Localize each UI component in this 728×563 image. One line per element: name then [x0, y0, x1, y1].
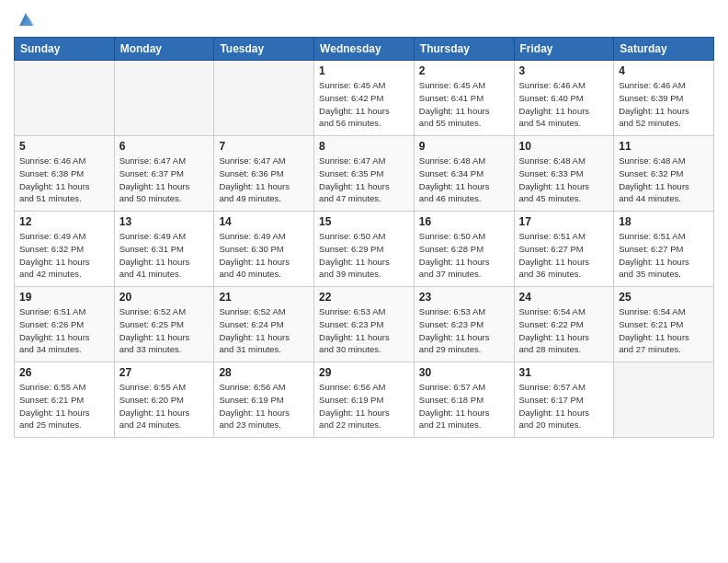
calendar-cell: 14Sunrise: 6:49 AM Sunset: 6:30 PM Dayli… — [214, 212, 314, 287]
calendar-cell: 3Sunrise: 6:46 AM Sunset: 6:40 PM Daylig… — [514, 61, 614, 136]
day-info: Sunrise: 6:50 AM Sunset: 6:29 PM Dayligh… — [319, 230, 409, 281]
day-number: 3 — [519, 64, 609, 77]
day-info: Sunrise: 6:56 AM Sunset: 6:19 PM Dayligh… — [219, 381, 309, 431]
day-number: 17 — [519, 215, 609, 228]
day-number: 24 — [519, 291, 609, 304]
day-info: Sunrise: 6:46 AM Sunset: 6:38 PM Dayligh… — [19, 155, 109, 205]
day-number: 15 — [319, 215, 409, 228]
day-number: 6 — [119, 140, 210, 153]
day-info: Sunrise: 6:53 AM Sunset: 6:23 PM Dayligh… — [319, 305, 409, 356]
day-info: Sunrise: 6:49 AM Sunset: 6:30 PM Dayligh… — [219, 230, 309, 281]
day-info: Sunrise: 6:47 AM Sunset: 6:35 PM Dayligh… — [319, 155, 409, 205]
calendar-cell: 29Sunrise: 6:56 AM Sunset: 6:19 PM Dayli… — [314, 362, 415, 438]
calendar-cell — [15, 61, 115, 136]
day-info: Sunrise: 6:49 AM Sunset: 6:31 PM Dayligh… — [119, 230, 210, 281]
day-number: 22 — [319, 291, 409, 304]
calendar-cell: 26Sunrise: 6:55 AM Sunset: 6:21 PM Dayli… — [15, 362, 115, 438]
calendar-header-sunday: Sunday — [15, 38, 115, 61]
calendar-cell: 10Sunrise: 6:48 AM Sunset: 6:33 PM Dayli… — [514, 136, 614, 212]
day-number: 25 — [619, 291, 709, 304]
day-number: 30 — [419, 366, 509, 379]
calendar-header-monday: Monday — [114, 38, 214, 61]
logo — [14, 9, 36, 29]
calendar-cell — [214, 61, 314, 136]
calendar-cell: 15Sunrise: 6:50 AM Sunset: 6:29 PM Dayli… — [314, 212, 415, 287]
calendar-header-tuesday: Tuesday — [214, 38, 314, 61]
logo-icon — [16, 9, 36, 29]
calendar-week-row: 19Sunrise: 6:51 AM Sunset: 6:26 PM Dayli… — [15, 287, 714, 362]
day-info: Sunrise: 6:48 AM Sunset: 6:32 PM Dayligh… — [619, 155, 709, 205]
calendar-cell: 11Sunrise: 6:48 AM Sunset: 6:32 PM Dayli… — [614, 136, 714, 212]
calendar-cell: 12Sunrise: 6:49 AM Sunset: 6:32 PM Dayli… — [15, 212, 115, 287]
calendar-header-wednesday: Wednesday — [314, 38, 415, 61]
day-info: Sunrise: 6:57 AM Sunset: 6:17 PM Dayligh… — [519, 381, 609, 431]
calendar-cell: 5Sunrise: 6:46 AM Sunset: 6:38 PM Daylig… — [15, 136, 115, 212]
day-number: 19 — [19, 291, 109, 304]
calendar-cell: 9Sunrise: 6:48 AM Sunset: 6:34 PM Daylig… — [414, 136, 514, 212]
calendar-cell — [114, 61, 214, 136]
calendar-cell: 1Sunrise: 6:45 AM Sunset: 6:42 PM Daylig… — [314, 61, 415, 136]
day-number: 27 — [119, 366, 210, 379]
day-number: 1 — [319, 64, 409, 77]
day-info: Sunrise: 6:46 AM Sunset: 6:39 PM Dayligh… — [619, 79, 709, 130]
day-number: 28 — [219, 366, 309, 379]
day-number: 20 — [119, 291, 210, 304]
calendar-cell: 24Sunrise: 6:54 AM Sunset: 6:22 PM Dayli… — [514, 287, 614, 362]
calendar-header-friday: Friday — [514, 38, 614, 61]
calendar-cell: 19Sunrise: 6:51 AM Sunset: 6:26 PM Dayli… — [15, 287, 115, 362]
day-info: Sunrise: 6:55 AM Sunset: 6:21 PM Dayligh… — [19, 381, 109, 431]
page: SundayMondayTuesdayWednesdayThursdayFrid… — [0, 0, 728, 563]
calendar-cell: 25Sunrise: 6:54 AM Sunset: 6:21 PM Dayli… — [614, 287, 714, 362]
day-info: Sunrise: 6:48 AM Sunset: 6:33 PM Dayligh… — [519, 155, 609, 205]
day-info: Sunrise: 6:56 AM Sunset: 6:19 PM Dayligh… — [319, 381, 409, 431]
calendar-cell: 27Sunrise: 6:55 AM Sunset: 6:20 PM Dayli… — [114, 362, 214, 438]
day-info: Sunrise: 6:51 AM Sunset: 6:27 PM Dayligh… — [519, 230, 609, 281]
day-number: 7 — [219, 140, 309, 153]
calendar-cell: 4Sunrise: 6:46 AM Sunset: 6:39 PM Daylig… — [614, 61, 714, 136]
day-info: Sunrise: 6:46 AM Sunset: 6:40 PM Dayligh… — [519, 79, 609, 130]
header — [14, 9, 714, 29]
calendar-cell: 28Sunrise: 6:56 AM Sunset: 6:19 PM Dayli… — [214, 362, 314, 438]
day-info: Sunrise: 6:53 AM Sunset: 6:23 PM Dayligh… — [419, 305, 509, 356]
calendar-week-row: 26Sunrise: 6:55 AM Sunset: 6:21 PM Dayli… — [15, 362, 714, 438]
calendar-week-row: 12Sunrise: 6:49 AM Sunset: 6:32 PM Dayli… — [15, 212, 714, 287]
day-info: Sunrise: 6:45 AM Sunset: 6:42 PM Dayligh… — [319, 79, 409, 130]
day-info: Sunrise: 6:54 AM Sunset: 6:21 PM Dayligh… — [619, 305, 709, 356]
calendar-cell: 21Sunrise: 6:52 AM Sunset: 6:24 PM Dayli… — [214, 287, 314, 362]
calendar-week-row: 1Sunrise: 6:45 AM Sunset: 6:42 PM Daylig… — [15, 61, 714, 136]
calendar-header-saturday: Saturday — [614, 38, 714, 61]
day-number: 14 — [219, 215, 309, 228]
calendar-cell: 13Sunrise: 6:49 AM Sunset: 6:31 PM Dayli… — [114, 212, 214, 287]
calendar-cell: 18Sunrise: 6:51 AM Sunset: 6:27 PM Dayli… — [614, 212, 714, 287]
day-info: Sunrise: 6:52 AM Sunset: 6:24 PM Dayligh… — [219, 305, 309, 356]
day-number: 16 — [419, 215, 509, 228]
day-info: Sunrise: 6:45 AM Sunset: 6:41 PM Dayligh… — [419, 79, 509, 130]
day-number: 10 — [519, 140, 609, 153]
day-number: 29 — [319, 366, 409, 379]
day-number: 11 — [619, 140, 709, 153]
calendar-cell: 31Sunrise: 6:57 AM Sunset: 6:17 PM Dayli… — [514, 362, 614, 438]
day-number: 8 — [319, 140, 409, 153]
calendar-cell: 20Sunrise: 6:52 AM Sunset: 6:25 PM Dayli… — [114, 287, 214, 362]
day-number: 2 — [419, 64, 509, 77]
day-number: 9 — [419, 140, 509, 153]
calendar-cell: 22Sunrise: 6:53 AM Sunset: 6:23 PM Dayli… — [314, 287, 415, 362]
calendar-week-row: 5Sunrise: 6:46 AM Sunset: 6:38 PM Daylig… — [15, 136, 714, 212]
day-info: Sunrise: 6:47 AM Sunset: 6:37 PM Dayligh… — [119, 155, 210, 205]
day-number: 31 — [519, 366, 609, 379]
calendar-cell: 7Sunrise: 6:47 AM Sunset: 6:36 PM Daylig… — [214, 136, 314, 212]
day-number: 4 — [619, 64, 709, 77]
day-number: 13 — [119, 215, 210, 228]
calendar-cell: 16Sunrise: 6:50 AM Sunset: 6:28 PM Dayli… — [414, 212, 514, 287]
day-number: 23 — [419, 291, 509, 304]
calendar-cell — [614, 362, 714, 438]
day-info: Sunrise: 6:55 AM Sunset: 6:20 PM Dayligh… — [119, 381, 210, 431]
day-info: Sunrise: 6:50 AM Sunset: 6:28 PM Dayligh… — [419, 230, 509, 281]
day-info: Sunrise: 6:48 AM Sunset: 6:34 PM Dayligh… — [419, 155, 509, 205]
calendar-cell: 30Sunrise: 6:57 AM Sunset: 6:18 PM Dayli… — [414, 362, 514, 438]
calendar-table: SundayMondayTuesdayWednesdayThursdayFrid… — [14, 37, 714, 438]
day-number: 26 — [19, 366, 109, 379]
day-info: Sunrise: 6:51 AM Sunset: 6:26 PM Dayligh… — [19, 305, 109, 356]
day-info: Sunrise: 6:51 AM Sunset: 6:27 PM Dayligh… — [619, 230, 709, 281]
calendar-cell: 17Sunrise: 6:51 AM Sunset: 6:27 PM Dayli… — [514, 212, 614, 287]
